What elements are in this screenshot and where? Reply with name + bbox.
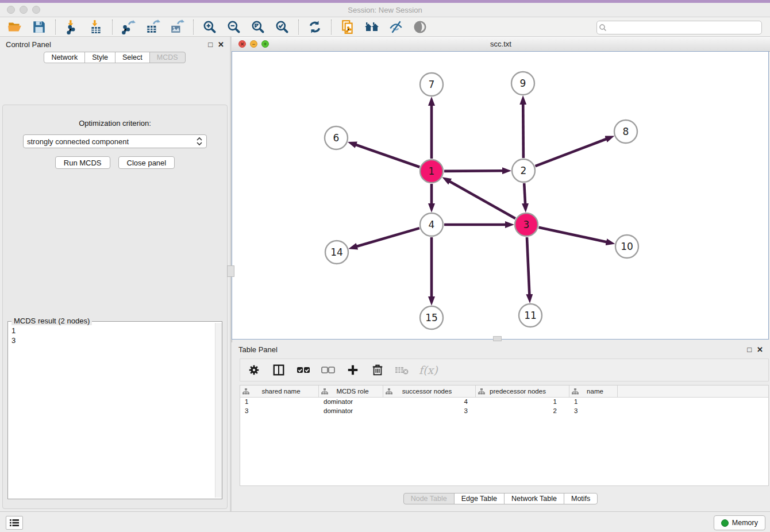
network-graph: 7968124314101511: [232, 52, 768, 339]
node-label-7: 7: [429, 79, 435, 90]
select-stepper-icon: [196, 137, 203, 146]
criterion-select[interactable]: strongly connected component: [23, 134, 207, 148]
node-label-10: 10: [621, 241, 633, 252]
float-panel-icon[interactable]: □: [208, 41, 213, 48]
mac-titlebar: Session: New Session: [0, 3, 770, 17]
export-image-icon[interactable]: [169, 19, 185, 35]
network-window-titlebar[interactable]: ✕ − + scc.txt: [232, 37, 770, 52]
tab-motifs[interactable]: Motifs: [564, 493, 598, 504]
tab-mcds[interactable]: MCDS: [149, 52, 186, 63]
control-panel-title: Control Panel: [6, 40, 51, 49]
node-label-4: 4: [429, 219, 435, 230]
edge-3-11[interactable]: [527, 237, 529, 295]
tab-node-table[interactable]: Node Table: [403, 493, 455, 504]
column-header-successor-nodes[interactable]: successor nodes: [383, 385, 476, 397]
memory-status-icon: [721, 519, 729, 527]
zoom-selected-icon[interactable]: [274, 19, 290, 35]
table-toolbar: f(x): [240, 358, 769, 381]
toggle-column-panel-icon[interactable]: [271, 362, 287, 378]
result-scrollbar[interactable]: [215, 323, 222, 498]
network-maximize-icon[interactable]: +: [261, 40, 269, 48]
zoom-fit-icon[interactable]: [250, 19, 266, 35]
network-minimize-icon[interactable]: −: [250, 40, 257, 48]
criterion-selected-value: strongly connected component: [27, 137, 129, 146]
session-title: Session: New Session: [0, 6, 770, 14]
zoom-out-icon[interactable]: [226, 19, 242, 35]
tab-network[interactable]: Network: [44, 52, 85, 63]
edge-4-14[interactable]: [356, 228, 419, 246]
export-table-icon[interactable]: [145, 19, 161, 35]
hide-graphics-details-icon[interactable]: [388, 19, 404, 35]
import-network-icon[interactable]: [64, 19, 80, 35]
network-canvas[interactable]: 7968124314101511: [232, 51, 769, 340]
tab-style[interactable]: Style: [84, 52, 116, 63]
duplicate-network-icon[interactable]: [340, 19, 356, 35]
column-header-predecessor-nodes[interactable]: predecessor nodes: [476, 385, 569, 397]
table-header-row: shared nameMCDS rolesuccessor nodesprede…: [240, 385, 768, 398]
tab-edge-table[interactable]: Edge Table: [454, 493, 505, 504]
node-label-2: 2: [521, 165, 527, 176]
edge-3-10[interactable]: [538, 228, 607, 242]
horizontal-splitter-grip[interactable]: [493, 336, 502, 341]
node-label-15: 15: [425, 312, 438, 323]
settings-gear-icon[interactable]: [246, 362, 262, 378]
table-cell: 3: [240, 407, 319, 416]
table-row[interactable]: 1dominator411: [240, 398, 768, 407]
column-header-MCDS-role[interactable]: MCDS role: [319, 385, 383, 397]
search-field[interactable]: [596, 21, 762, 34]
select-all-checkboxes-icon[interactable]: [295, 362, 311, 378]
edge-1-2[interactable]: [444, 171, 503, 171]
export-network-icon[interactable]: [121, 19, 137, 35]
import-table-icon[interactable]: [88, 19, 104, 35]
edge-1-6[interactable]: [355, 145, 419, 167]
toolbar-separator: [112, 20, 113, 34]
zoom-in-icon[interactable]: [202, 19, 218, 35]
node-label-9: 9: [520, 78, 526, 89]
refresh-view-icon[interactable]: [307, 19, 323, 35]
close-panel-icon[interactable]: ✕: [218, 41, 224, 48]
table-tabbar: Node TableEdge TableNetwork TableMotifs: [232, 493, 770, 504]
search-icon: [597, 23, 609, 32]
status-bar: Memory: [0, 511, 770, 532]
column-header-name[interactable]: name: [569, 385, 618, 397]
table-cell: 3: [383, 407, 476, 416]
table-cell: 3: [569, 407, 618, 416]
close-table-panel-icon[interactable]: ✕: [757, 346, 763, 353]
edge-2-9[interactable]: [523, 103, 523, 158]
add-column-icon[interactable]: [345, 362, 361, 378]
node-table: shared nameMCDS rolesuccessor nodesprede…: [240, 385, 769, 486]
run-mcds-button[interactable]: Run MCDS: [55, 156, 110, 169]
deselect-all-checkboxes-icon[interactable]: [320, 362, 336, 378]
network-view-window: ✕ − + scc.txt 7968124314101511: [232, 37, 770, 340]
search-input[interactable]: [609, 23, 761, 32]
column-header-shared-name[interactable]: shared name: [240, 385, 319, 397]
tab-network-table[interactable]: Network Table: [504, 493, 564, 504]
edge-3-1[interactable]: [449, 181, 515, 218]
node-label-11: 11: [524, 310, 537, 321]
optimization-criterion-label: Optimization criterion:: [3, 119, 227, 128]
table-panel: Table Panel □ ✕: [232, 342, 770, 511]
delete-table-icon[interactable]: [394, 362, 410, 378]
node-label-6: 6: [333, 132, 340, 144]
node-label-14: 14: [330, 246, 343, 258]
edge-2-3[interactable]: [524, 183, 525, 205]
open-session-icon[interactable]: [7, 19, 23, 35]
mcds-result-text[interactable]: 1 3: [8, 323, 215, 499]
vertical-splitter-grip[interactable]: [227, 265, 234, 277]
home-icon[interactable]: [364, 19, 380, 35]
memory-label: Memory: [732, 519, 758, 527]
table-cell: 2: [476, 407, 569, 416]
tab-select[interactable]: Select: [115, 52, 150, 63]
float-table-panel-icon[interactable]: □: [747, 346, 752, 353]
node-label-1: 1: [429, 165, 435, 177]
delete-column-icon[interactable]: [369, 362, 386, 378]
function-builder-icon[interactable]: f(x): [419, 364, 438, 376]
show-graphics-details-icon[interactable]: [412, 19, 428, 35]
network-close-icon[interactable]: ✕: [238, 40, 246, 48]
task-history-button[interactable]: [6, 516, 23, 530]
close-panel-button[interactable]: Close panel: [118, 156, 175, 169]
table-row[interactable]: 3dominator323: [240, 407, 768, 416]
save-session-icon[interactable]: [31, 19, 47, 35]
edge-2-8[interactable]: [536, 138, 607, 166]
memory-button[interactable]: Memory: [714, 515, 765, 530]
